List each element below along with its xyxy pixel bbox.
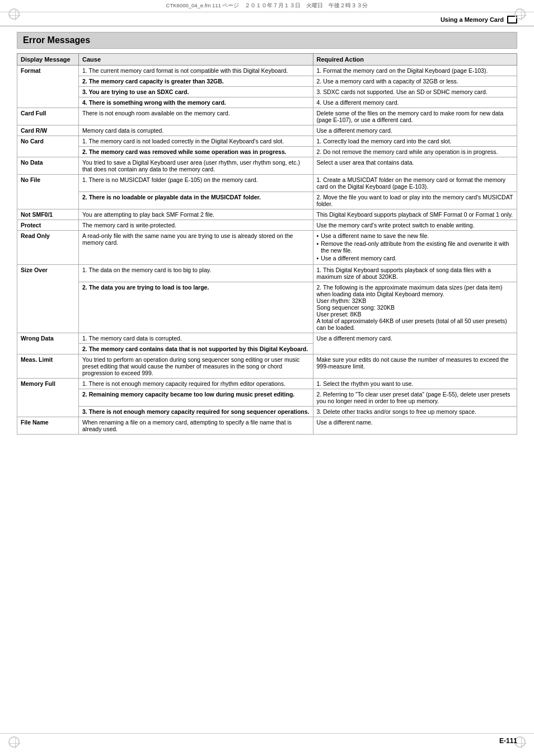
action-cell: Select a user area that contains data. [313,157,517,175]
cause-cell: 2. The data you are trying to load is to… [79,282,313,333]
action-bullet: Use a different memory card. [317,255,513,262]
table-row: 2. There is no loadable or playable data… [17,192,517,209]
main-content: Error Messages Display Message Cause Req… [0,26,534,446]
table-row: 2. The memory card capacity is greater t… [17,76,517,87]
table-row: Card FullThere is not enough room availa… [17,108,517,125]
table-row: 2. The data you are trying to load is to… [17,282,517,333]
table-row: No File1. There is no MUSICDAT folder (p… [17,175,517,192]
display-message-cell: Read Only [17,231,79,265]
action-bullet: Remove the read-only attribute from the … [317,240,513,254]
table-row: 4. There is something wrong with the mem… [17,97,517,108]
cause-cell: 2. The memory card capacity is greater t… [79,76,313,87]
cause-cell: 2. There is no loadable or playable data… [79,192,313,209]
cause-cell: 1. There is no MUSICDAT folder (page E-1… [79,175,313,192]
cause-cell: You are attempting to play back SMF Form… [79,209,313,220]
footer: E-111 [0,733,534,745]
cause-cell: 2. The memory card was removed while som… [79,147,313,157]
table-row: No DataYou tried to save a Digital Keybo… [17,157,517,175]
col-header-display-message: Display Message [17,54,79,66]
table-row: 2. Remaining memory capacity became too … [17,389,517,407]
action-cell: Delete some of the files on the memory c… [313,108,517,125]
action-cell: 1. Format the memory card on the Digital… [313,66,517,76]
display-message-cell: Format [17,66,79,108]
display-message-cell: Memory Full [17,379,79,417]
table-row: ProtectThe memory card is write-protecte… [17,220,517,231]
action-cell: Use a different memory card. [313,333,517,354]
error-messages-title-text: Error Messages [23,35,90,45]
action-cell: 1. Correctly load the memory card into t… [313,136,517,147]
col-header-cause: Cause [79,54,313,66]
cause-cell: You tried to save a Digital Keyboard use… [79,157,313,175]
cause-cell: A read-only file with the same name you … [79,231,313,265]
display-message-cell: No Data [17,157,79,175]
table-row: No Card1. The memory card is not loaded … [17,136,517,147]
action-bullet: Use a different name to save the new fil… [317,232,513,239]
display-message-cell: Wrong Data [17,333,79,354]
table-row: Size Over1. The data on the memory card … [17,265,517,282]
table-row: 2. The memory card was removed while som… [17,147,517,157]
action-cell: 1. Create a MUSICDAT folder on the memor… [313,175,517,192]
display-message-cell: Not SMF0/1 [17,209,79,220]
action-cell: Make sure your edits do not cause the nu… [313,354,517,379]
table-row: Card R/WMemory card data is corrupted.Us… [17,125,517,136]
cause-cell: 1. The memory card data is corrupted. [79,333,313,344]
table-row: Not SMF0/1You are attempting to play bac… [17,209,517,220]
display-message-cell: No Card [17,136,79,157]
col-header-required-action: Required Action [313,54,517,66]
cause-cell: Memory card data is corrupted. [79,125,313,136]
action-cell: 2. Move the file you want to load or pla… [313,192,517,209]
cause-cell: 4. There is something wrong with the mem… [79,97,313,108]
page-number: E-111 [499,737,517,745]
section-header-bar: Using a Memory Card [0,12,534,26]
action-cell: This Digital Keyboard supports playback … [313,209,517,220]
display-message-cell: Card Full [17,108,79,125]
action-cell: 2. Do not remove the memory card while a… [313,147,517,157]
action-cell: 2. The following is the approximate maxi… [313,282,517,333]
cause-cell: 1. The memory card is not loaded correct… [79,136,313,147]
cause-cell: When renaming a file on a memory card, a… [79,417,313,435]
cause-cell: 2. Remaining memory capacity became too … [79,389,313,407]
action-cell: Use the memory card's write protect swit… [313,220,517,231]
table-row: 3. You are trying to use an SDXC card.3.… [17,87,517,97]
page: CTK6000_04_e.fm 111 ページ ２０１０年７月１３日 火曜日 午… [0,0,534,756]
action-cell: 3. SDXC cards not supported. Use an SD o… [313,87,517,97]
action-cell: 1. This Digital Keyboard supports playba… [313,265,517,282]
corner-mark-tr [514,8,526,20]
display-message-cell: No File [17,175,79,209]
action-cell: Use a different memory card. [313,125,517,136]
display-message-cell: Meas. Limit [17,354,79,379]
error-messages-title: Error Messages [17,32,517,49]
display-message-cell: Protect [17,220,79,231]
corner-mark-tl [8,8,20,20]
table-row: 3. There is not enough memory capacity r… [17,407,517,417]
display-message-cell: File Name [17,417,79,435]
action-cell: Use a different name to save the new fil… [313,231,517,265]
error-messages-table: Display Message Cause Required Action Fo… [17,53,517,435]
action-cell: 3. Delete other tracks and/or songs to f… [313,407,517,417]
cause-cell: 2. The memory card contains data that is… [79,344,313,354]
header-meta: CTK6000_04_e.fm 111 ページ ２０１０年７月１３日 火曜日 午… [0,0,534,12]
action-cell: Use a different name. [313,417,517,435]
action-cell: 4. Use a different memory card. [313,97,517,108]
table-row: Wrong Data1. The memory card data is cor… [17,333,517,344]
section-title-text: Using a Memory Card [441,16,504,23]
table-row: Format1. The current memory card format … [17,66,517,76]
table-row: Meas. LimitYou tried to perform an opera… [17,354,517,379]
action-cell: 2. Referring to "To clear user preset da… [313,389,517,407]
cause-cell: There is not enough room available on th… [79,108,313,125]
display-message-cell: Card R/W [17,125,79,136]
section-title: Using a Memory Card [441,16,517,24]
action-cell: 1. Select the rhythm you want to use. [313,379,517,389]
table-row: File NameWhen renaming a file on a memor… [17,417,517,435]
cause-cell: 1. The current memory card format is not… [79,66,313,76]
cause-cell: 3. You are trying to use an SDXC card. [79,87,313,97]
display-message-cell: Size Over [17,265,79,333]
table-row: Memory Full1. There is not enough memory… [17,379,517,389]
cause-cell: 3. There is not enough memory capacity r… [79,407,313,417]
cause-cell: You tried to perform an operation during… [79,354,313,379]
meta-text: CTK6000_04_e.fm 111 ページ ２０１０年７月１３日 火曜日 午… [166,2,368,8]
cause-cell: 1. The data on the memory card is too bi… [79,265,313,282]
action-cell: 2. Use a memory card with a capacity of … [313,76,517,87]
table-row: Read OnlyA read-only file with the same … [17,231,517,265]
cause-cell: The memory card is write-protected. [79,220,313,231]
